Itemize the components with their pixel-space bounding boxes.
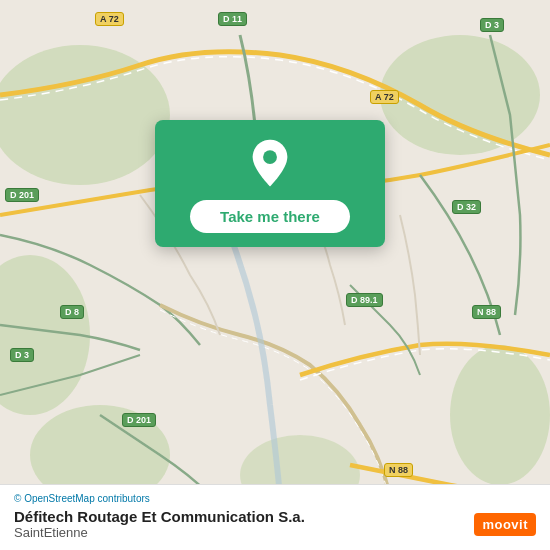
map-container: A 72 D 11 D 3 A 72 D 201 D 32 D 8 D 3 D … (0, 0, 550, 550)
map-attribution: © OpenStreetMap contributors (14, 493, 536, 504)
road-label-d11: D 11 (218, 12, 247, 26)
road-label-n88-right: N 88 (472, 305, 501, 319)
road-label-n88-bottom: N 88 (384, 463, 413, 477)
location-pin-icon (244, 138, 296, 190)
map-roads (0, 0, 550, 550)
svg-point-3 (450, 345, 550, 485)
place-city: SaintEtienne (14, 525, 536, 540)
road-label-d3-top: D 3 (480, 18, 504, 32)
road-label-d8: D 8 (60, 305, 84, 319)
road-label-d32: D 32 (452, 200, 481, 214)
take-me-there-button[interactable]: Take me there (190, 200, 350, 233)
road-label-a72-top-left: A 72 (95, 12, 124, 26)
bottom-info-bar: © OpenStreetMap contributors Défitech Ro… (0, 484, 550, 550)
road-label-d3-left: D 3 (10, 348, 34, 362)
navigation-card: Take me there (155, 120, 385, 247)
road-label-d201-left: D 201 (5, 188, 39, 202)
road-label-d89: D 89.1 (346, 293, 383, 307)
moovit-logo: moovit (474, 513, 536, 536)
svg-point-7 (263, 150, 277, 164)
road-label-a72-top-right: A 72 (370, 90, 399, 104)
road-label-d201-bottom: D 201 (122, 413, 156, 427)
place-name: Défitech Routage Et Communication S.a. (14, 508, 536, 525)
